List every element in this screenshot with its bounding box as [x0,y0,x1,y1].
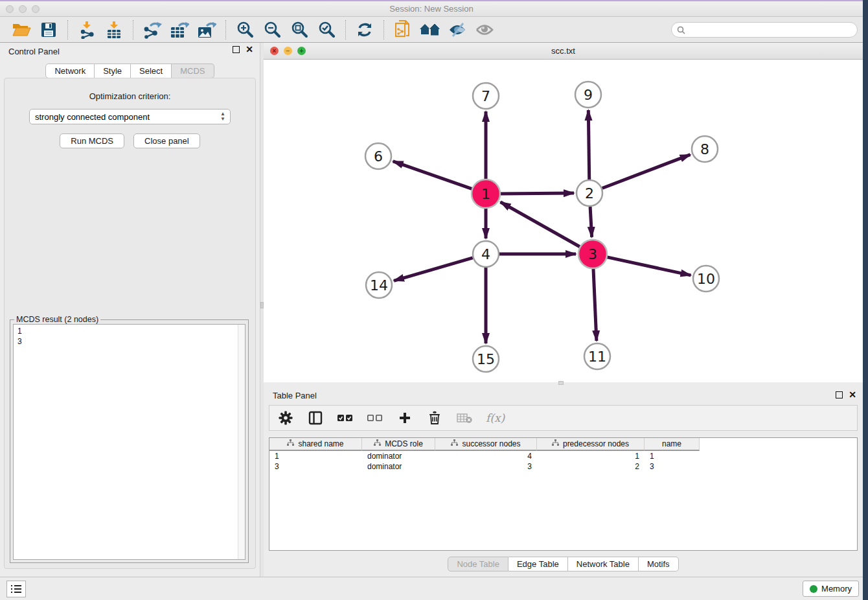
mcds-result-text[interactable]: 13 [13,324,246,560]
split-handle[interactable] [558,381,564,385]
network-canvas[interactable]: 1234678910111415 [264,60,863,382]
graph-node-8[interactable]: 8 [692,136,718,162]
svg-text:4: 4 [481,246,490,262]
float-panel-icon[interactable] [233,46,240,53]
edge-2-3[interactable] [590,207,592,237]
gear-icon[interactable] [277,410,294,426]
close-panel-icon[interactable]: ✕ [246,46,253,53]
table-cell[interactable]: 2 [537,461,645,472]
hide-selected-icon[interactable] [446,19,468,40]
graph-node-15[interactable]: 15 [473,346,499,372]
edge-2-9[interactable] [588,110,589,179]
edge-3-10[interactable] [608,257,691,275]
tab-motifs[interactable]: Motifs [639,557,679,571]
first-neighbors-icon[interactable] [419,19,441,40]
optimization-dropdown[interactable]: strongly connected component ▲▼ [29,109,231,124]
table-cell[interactable]: 3 [435,461,537,472]
refresh-icon[interactable] [354,19,376,40]
table-cell[interactable]: 1 [537,451,645,461]
function-builder-icon[interactable]: f(x) [486,411,505,424]
list-icon [10,584,22,594]
table-cell[interactable]: 3 [645,461,700,472]
export-network-icon[interactable] [141,19,163,40]
tab-select[interactable]: Select [131,63,172,78]
import-table-icon[interactable] [103,19,125,40]
run-mcds-button[interactable]: Run MCDS [60,133,124,148]
open-file-icon[interactable] [10,19,32,40]
svg-text:6: 6 [374,148,383,165]
show-all-icon[interactable] [474,19,496,40]
edge-2-8[interactable] [602,155,691,189]
tab-node-table[interactable]: Node Table [448,557,508,571]
tab-edge-table[interactable]: Edge Table [508,557,568,571]
table-cell[interactable]: dominator [362,451,435,461]
select-all-icon[interactable] [337,410,354,426]
mcds-tab-content: Optimization criterion: strongly connect… [4,78,256,569]
column-header-MCDS-role[interactable]: MCDS role [362,438,435,451]
export-table-icon[interactable] [168,19,190,40]
zoom-in-icon[interactable] [234,19,256,40]
save-session-icon[interactable] [38,19,60,40]
clone-network-icon[interactable] [392,19,414,40]
mcds-result-line: 1 [17,326,241,336]
zoom-fit-icon[interactable] [288,19,310,40]
float-table-panel-icon[interactable] [836,391,843,398]
graph-node-11[interactable]: 11 [584,343,610,369]
result-scrollbar[interactable] [238,325,245,559]
export-image-icon[interactable] [196,19,218,40]
delete-column-icon[interactable] [426,410,443,426]
close-panel-button[interactable]: Close panel [133,133,200,148]
table-row[interactable]: 3dominator323 [269,461,857,472]
graph-node-2[interactable]: 2 [577,180,602,206]
graph-node-7[interactable]: 7 [473,83,499,109]
mcds-result-line: 3 [17,336,241,347]
zoom-out-icon[interactable] [261,19,283,40]
mcds-result-group: MCDS result (2 nodes) 13 [10,319,249,563]
graph-node-6[interactable]: 6 [365,143,391,169]
column-panel-icon[interactable] [307,410,324,426]
search-input[interactable] [689,25,852,34]
svg-text:9: 9 [584,87,593,103]
add-column-icon[interactable] [396,410,413,426]
import-network-icon[interactable] [76,19,98,40]
close-table-panel-icon[interactable]: ✕ [849,391,856,398]
graph-node-3[interactable]: 3 [578,240,607,268]
delete-table-icon[interactable] [456,410,473,426]
deselect-all-icon[interactable] [367,410,383,426]
task-history-button[interactable] [6,581,26,597]
table-cell[interactable]: 4 [435,451,537,461]
table-cell[interactable]: 3 [269,461,362,472]
edge-1-2[interactable] [501,193,574,194]
edge-4-14[interactable] [394,258,473,281]
svg-text:15: 15 [477,351,495,367]
tab-network[interactable]: Network [45,63,95,78]
tab-network-table[interactable]: Network Table [568,557,639,571]
graph-node-14[interactable]: 14 [366,272,392,298]
graph-node-4[interactable]: 4 [473,241,499,267]
column-header-name[interactable]: name [645,438,700,451]
node-table[interactable]: shared nameMCDS rolesuccessor nodesprede… [269,437,858,551]
tab-mcds[interactable]: MCDS [172,63,214,78]
zoom-selected-icon[interactable] [315,19,337,40]
edge-3-11[interactable] [593,269,597,341]
network-window-titlebar[interactable]: × − + scc.txt [264,43,863,60]
toolbar-separator [67,20,68,40]
column-header-shared-name[interactable]: shared name [269,438,362,451]
table-row[interactable]: 1dominator411 [269,451,857,461]
tab-style[interactable]: Style [95,63,131,78]
table-cell[interactable]: 1 [269,451,362,461]
graph-node-10[interactable]: 10 [693,266,719,292]
column-header-successor-nodes[interactable]: successor nodes [435,438,537,451]
window-title: Session: New Session [0,4,863,14]
edge-1-6[interactable] [393,161,472,189]
search-icon [677,26,685,34]
table-cell[interactable]: 1 [645,451,700,461]
table-cell[interactable]: dominator [362,461,435,472]
graph-node-9[interactable]: 9 [575,82,601,108]
edge-3-1[interactable] [501,202,580,247]
column-header-predecessor-nodes[interactable]: predecessor nodes [537,438,645,451]
search-field[interactable] [671,22,858,38]
memory-button[interactable]: Memory [803,581,859,597]
optimization-dropdown-value: strongly connected component [35,112,150,122]
graph-node-1[interactable]: 1 [472,179,500,208]
